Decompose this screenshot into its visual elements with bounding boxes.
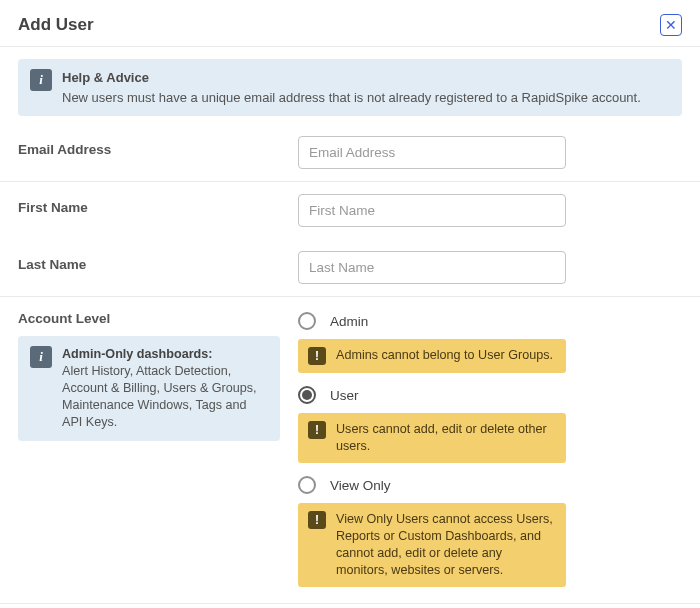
radio-user-label: User: [330, 388, 359, 403]
warn-user: ! Users cannot add, edit or delete other…: [298, 413, 566, 463]
help-advice-title: Help & Advice: [62, 69, 641, 87]
radio-view-only[interactable]: View Only: [298, 473, 682, 497]
help-advice-text: Help & Advice New users must have a uniq…: [62, 69, 641, 106]
help-advice-box: i Help & Advice New users must have a un…: [18, 59, 682, 116]
email-field[interactable]: [298, 136, 566, 169]
label-email: Email Address: [18, 136, 298, 157]
radio-icon: [298, 476, 316, 494]
label-account-level: Account Level: [18, 309, 298, 326]
modal-title: Add User: [18, 15, 94, 35]
close-icon: ✕: [665, 17, 677, 33]
warn-user-text: Users cannot add, edit or delete other u…: [336, 421, 556, 455]
modal-header: Add User ✕: [0, 0, 700, 46]
warn-admin-text: Admins cannot belong to User Groups.: [336, 347, 553, 364]
warn-icon: !: [308, 347, 326, 365]
finish-text: Please finish configuring your user.: [0, 604, 700, 608]
radio-admin[interactable]: Admin: [298, 309, 682, 333]
warn-view-only: ! View Only Users cannot access Users, R…: [298, 503, 566, 587]
row-last-name: Last Name: [0, 239, 700, 296]
row-first-name: First Name: [0, 182, 700, 239]
warn-icon: !: [308, 511, 326, 529]
last-name-field[interactable]: [298, 251, 566, 284]
warn-icon: !: [308, 421, 326, 439]
divider: [0, 46, 700, 47]
account-level-radio-group: Admin ! Admins cannot belong to User Gro…: [298, 309, 682, 597]
radio-view-only-label: View Only: [330, 478, 391, 493]
info-icon: i: [30, 69, 52, 91]
row-account-level: Account Level i Admin-Only dashboards: A…: [0, 297, 700, 603]
label-first-name: First Name: [18, 194, 298, 215]
warn-admin: ! Admins cannot belong to User Groups.: [298, 339, 566, 373]
admin-only-info-box: i Admin-Only dashboards: Alert History, …: [18, 336, 280, 441]
add-user-modal: Add User ✕ i Help & Advice New users mus…: [0, 0, 700, 608]
close-button[interactable]: ✕: [660, 14, 682, 36]
radio-user[interactable]: User: [298, 383, 682, 407]
info-icon: i: [30, 346, 52, 368]
radio-admin-label: Admin: [330, 314, 368, 329]
admin-only-title: Admin-Only dashboards:: [62, 346, 268, 363]
help-advice-body: New users must have a unique email addre…: [62, 90, 641, 105]
row-email: Email Address: [0, 124, 700, 181]
radio-icon: [298, 386, 316, 404]
label-last-name: Last Name: [18, 251, 298, 272]
radio-icon: [298, 312, 316, 330]
warn-view-only-text: View Only Users cannot access Users, Rep…: [336, 511, 556, 579]
admin-only-text: Alert History, Attack Detection, Account…: [62, 364, 257, 429]
first-name-field[interactable]: [298, 194, 566, 227]
